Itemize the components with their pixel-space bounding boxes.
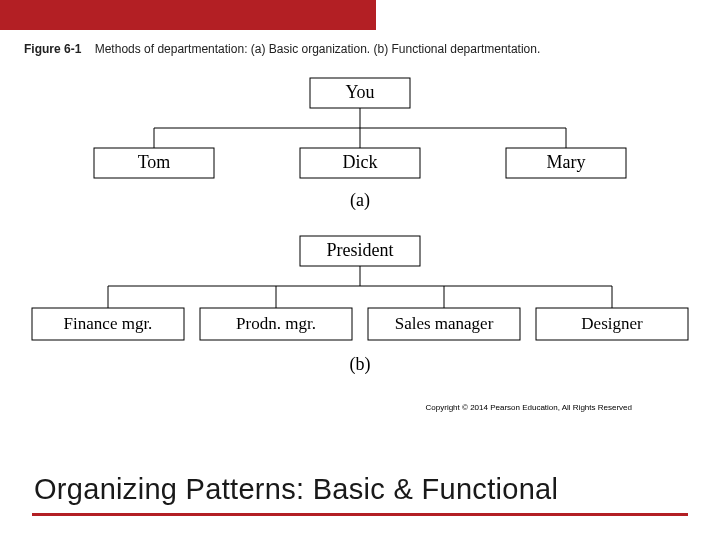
node-a-child-0: Tom [138, 152, 171, 172]
node-b-child-1: Prodn. mgr. [236, 314, 316, 333]
figure-caption: Methods of departmentation: (a) Basic or… [95, 42, 541, 56]
node-b-child-3: Designer [581, 314, 643, 333]
org-chart-a: You Tom Dick Mary (a) [94, 78, 626, 211]
org-charts: You Tom Dick Mary (a) [24, 70, 696, 446]
chart-a-label: (a) [350, 190, 370, 211]
slide-title: Organizing Patterns: Basic & Functional [34, 473, 686, 506]
node-root-b: President [327, 240, 394, 260]
figure-number: Figure 6-1 [24, 42, 81, 56]
accent-bar [0, 0, 376, 30]
node-b-child-0: Finance mgr. [64, 314, 153, 333]
node-a-child-1: Dick [343, 152, 378, 172]
copyright-text: Copyright © 2014 Pearson Education, All … [426, 403, 632, 412]
org-chart-b: President Finance mgr. Prodn. mgr. Sales… [32, 236, 688, 375]
node-root-a: You [345, 82, 374, 102]
chart-b-label: (b) [350, 354, 371, 375]
node-a-child-2: Mary [547, 152, 586, 172]
figure-caption-line: Figure 6-1 Methods of departmentation: (… [24, 42, 540, 56]
node-b-child-2: Sales manager [395, 314, 494, 333]
